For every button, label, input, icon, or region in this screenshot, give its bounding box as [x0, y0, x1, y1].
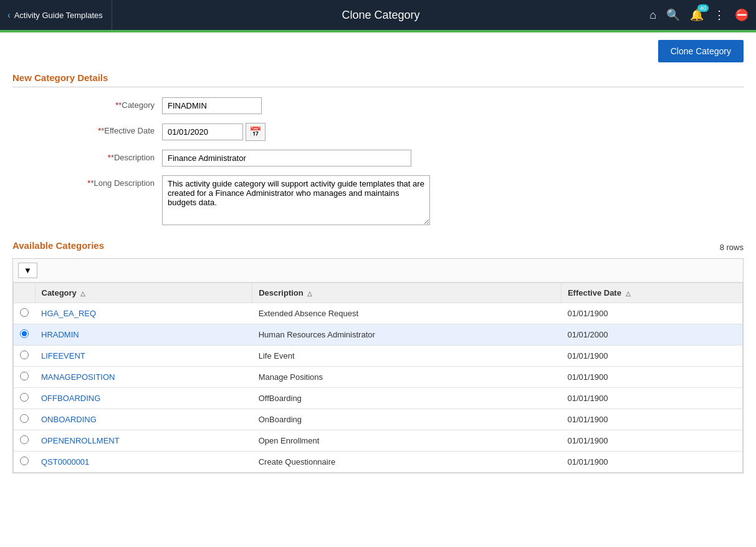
- table-header-row: Available Categories 8 rows: [12, 240, 744, 254]
- category-cell: HGA_EA_REQ: [35, 303, 252, 324]
- category-radio[interactable]: [20, 372, 29, 380]
- effective-date-cell: 01/01/1900: [561, 346, 742, 367]
- radio-cell: [14, 324, 36, 346]
- col-header-description[interactable]: Description △: [252, 283, 562, 303]
- effective-date-row: **Effective Date 📅: [12, 123, 744, 141]
- radio-cell: [14, 303, 36, 324]
- categories-table: Category △ Description △ Effective Date …: [13, 283, 743, 473]
- back-nav[interactable]: ‹ Activity Guide Templates: [7, 0, 112, 30]
- category-label: **Category: [12, 97, 162, 110]
- table-header-tr: Category △ Description △ Effective Date …: [14, 283, 743, 303]
- table-head: Category △ Description △ Effective Date …: [14, 283, 743, 303]
- back-nav-label: Activity Guide Templates: [14, 11, 103, 20]
- effective-date-cell: 01/01/1900: [561, 452, 742, 473]
- category-radio[interactable]: [20, 414, 29, 423]
- filter-button[interactable]: ▼: [18, 263, 37, 278]
- description-cell: Extended Absence Request: [252, 303, 562, 324]
- description-input[interactable]: [162, 150, 411, 167]
- table-row: LIFEEVENTLife Event01/01/1900: [14, 346, 743, 367]
- category-cell: OPENENROLLMENT: [35, 430, 252, 452]
- available-categories-section: Available Categories 8 rows ▼ Category △: [12, 240, 744, 473]
- long-description-row: **Long Description: [12, 175, 744, 225]
- long-description-label: **Long Description: [12, 175, 162, 188]
- radio-cell: [14, 452, 36, 473]
- effective-date-input[interactable]: [162, 123, 243, 140]
- effective-date-label: **Effective Date: [12, 123, 162, 135]
- back-arrow-icon: ‹: [7, 10, 11, 20]
- table-row: MANAGEPOSITIONManage Positions01/01/1900: [14, 367, 743, 388]
- category-radio[interactable]: [20, 393, 29, 402]
- filter-btn-row: ▼: [13, 259, 743, 283]
- description-cell: Manage Positions: [252, 367, 562, 388]
- category-cell: QST0000001: [35, 452, 252, 473]
- description-cell: OnBoarding: [252, 409, 562, 430]
- table-body: HGA_EA_REQExtended Absence Request01/01/…: [14, 303, 743, 473]
- table-wrapper: ▼ Category △ Description △: [12, 258, 744, 473]
- category-cell: LIFEEVENT: [35, 346, 252, 367]
- top-button-row: Clone Category: [12, 40, 744, 62]
- category-cell: MANAGEPOSITION: [35, 367, 252, 388]
- table-row: QST0000001Create Questionnaire01/01/1900: [14, 452, 743, 473]
- table-row: HGA_EA_REQExtended Absence Request01/01/…: [14, 303, 743, 324]
- more-options-icon[interactable]: ⋮: [714, 8, 725, 22]
- filter-icon: ▼: [24, 266, 32, 275]
- radio-cell: [14, 409, 36, 430]
- category-cell: ONBOARDING: [35, 409, 252, 430]
- category-radio[interactable]: [20, 435, 29, 444]
- header: ‹ Activity Guide Templates Clone Categor…: [0, 0, 756, 30]
- description-cell: Human Resources Administrator: [252, 324, 562, 346]
- category-row: **Category: [12, 97, 744, 114]
- effective-date-cell: 01/01/1900: [561, 367, 742, 388]
- category-link[interactable]: LIFEEVENT: [41, 351, 85, 361]
- header-icons: ⌂ 🔍 🔔 40 ⋮ ⛔: [649, 8, 749, 22]
- category-radio[interactable]: [20, 329, 29, 338]
- col-header-radio: [14, 283, 36, 303]
- page-title: Clone Category: [112, 9, 649, 22]
- effective-date-sort-icon: △: [626, 290, 631, 297]
- category-link[interactable]: OPENENROLLMENT: [41, 436, 120, 445]
- clone-category-button[interactable]: Clone Category: [658, 40, 744, 62]
- category-link[interactable]: HRADMIN: [41, 330, 79, 339]
- category-link[interactable]: MANAGEPOSITION: [41, 372, 115, 382]
- notification-icon[interactable]: 🔔 40: [690, 8, 704, 22]
- category-sort-icon: △: [80, 290, 85, 297]
- effective-date-wrap: 📅: [162, 123, 266, 141]
- table-row: ONBOARDINGOnBoarding01/01/1900: [14, 409, 743, 430]
- effective-date-cell: 01/01/1900: [561, 409, 742, 430]
- col-header-category[interactable]: Category △: [35, 283, 252, 303]
- description-label: **Description: [12, 150, 162, 162]
- category-radio[interactable]: [20, 457, 29, 465]
- category-radio[interactable]: [20, 308, 29, 317]
- calendar-icon[interactable]: 📅: [246, 123, 266, 141]
- radio-cell: [14, 388, 36, 409]
- category-cell: OFFBOARDING: [35, 388, 252, 409]
- description-row: **Description: [12, 150, 744, 167]
- table-row: OPENENROLLMENTOpen Enrollment01/01/1900: [14, 430, 743, 452]
- radio-cell: [14, 346, 36, 367]
- available-categories-title: Available Categories: [12, 240, 104, 254]
- long-description-input[interactable]: [162, 175, 430, 225]
- col-header-effective-date[interactable]: Effective Date △: [561, 283, 742, 303]
- category-link[interactable]: HGA_EA_REQ: [41, 309, 96, 318]
- effective-date-cell: 01/01/1900: [561, 303, 742, 324]
- description-cell: Life Event: [252, 346, 562, 367]
- category-link[interactable]: ONBOARDING: [41, 415, 97, 424]
- description-cell: Open Enrollment: [252, 430, 562, 452]
- notification-badge: 40: [697, 4, 709, 12]
- radio-cell: [14, 367, 36, 388]
- category-input[interactable]: [162, 97, 262, 114]
- rows-count: 8 rows: [720, 243, 744, 252]
- radio-cell: [14, 430, 36, 452]
- search-icon[interactable]: 🔍: [666, 8, 680, 22]
- close-icon[interactable]: ⛔: [735, 8, 749, 22]
- effective-date-cell: 01/01/2000: [561, 324, 742, 346]
- new-category-section: New Category Details **Category **Effect…: [12, 72, 744, 225]
- category-radio[interactable]: [20, 351, 29, 359]
- description-cell: OffBoarding: [252, 388, 562, 409]
- effective-date-cell: 01/01/1900: [561, 430, 742, 452]
- category-link[interactable]: QST0000001: [41, 457, 89, 467]
- effective-date-cell: 01/01/1900: [561, 388, 742, 409]
- table-row: OFFBOARDINGOffBoarding01/01/1900: [14, 388, 743, 409]
- category-link[interactable]: OFFBOARDING: [41, 394, 100, 403]
- home-icon[interactable]: ⌂: [649, 9, 656, 22]
